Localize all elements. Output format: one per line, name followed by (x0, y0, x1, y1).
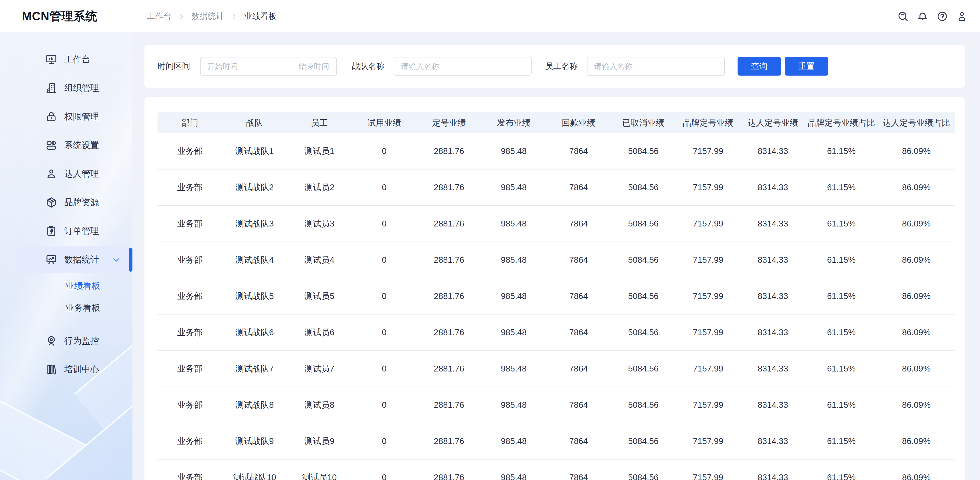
table-cell: 5084.56 (611, 459, 676, 480)
main-content: 时间区间 — 战队名称 员工名称 查询 重置 部门战队员工试用业绩定号业绩发布业… (132, 32, 980, 480)
table-cell: 7864 (546, 242, 611, 278)
table-cell: 5084.56 (611, 314, 676, 351)
sidebar-item[interactable]: 达人管理 (0, 161, 132, 187)
table-cell: 7864 (546, 459, 611, 480)
reset-button[interactable]: 重置 (785, 57, 828, 76)
table-cell: 2881.76 (417, 351, 481, 387)
table-cell: 测试员6 (287, 314, 352, 351)
table-cell: 7864 (546, 423, 611, 459)
sidebar-item[interactable]: 品牌资源 (0, 189, 132, 216)
chevron-down-icon (111, 255, 121, 265)
app-logo: MCN管理系统 (22, 0, 97, 32)
sidebar-subitem[interactable]: 业绩看板 (0, 275, 132, 297)
table-cell: 业务部 (158, 206, 222, 242)
table-cell: 测试员9 (287, 423, 352, 459)
sidebar-item-label: 达人管理 (64, 168, 99, 180)
table-row: 业务部测试战队5测试员502881.76985.4878645084.56715… (158, 278, 955, 314)
table-cell: 86.09% (877, 314, 955, 351)
sidebar-item[interactable]: 工作台 (0, 46, 132, 73)
column-header: 品牌定号业绩 (676, 112, 741, 133)
date-range-picker[interactable]: — (200, 57, 337, 76)
table-cell: 7157.99 (676, 387, 741, 423)
table-cell: 2881.76 (417, 278, 481, 314)
package-icon (45, 196, 57, 209)
search-button[interactable]: 查询 (738, 57, 781, 76)
table-cell: 业务部 (158, 133, 222, 169)
column-header: 达人定号业绩 (740, 112, 805, 133)
table-cell: 985.48 (481, 278, 546, 314)
table-cell: 测试战队5 (222, 278, 287, 314)
sidebar-item[interactable]: 数据统计 (0, 246, 132, 273)
table-cell: 61.15% (805, 459, 877, 480)
sidebar-item[interactable]: 组织管理 (0, 75, 132, 101)
breadcrumb-item[interactable]: 工作台 (147, 11, 172, 22)
sidebar-item-label: 系统设置 (64, 139, 99, 151)
sidebar-menu: 工作台组织管理权限管理系统设置达人管理品牌资源订单管理数据统计业绩看板业务看板行… (0, 32, 132, 383)
breadcrumb-item[interactable]: 数据统计 (191, 11, 224, 22)
table-cell: 0 (352, 242, 417, 278)
sidebar-item[interactable]: 系统设置 (0, 132, 132, 159)
table-cell: 0 (352, 169, 417, 206)
table-cell: 8314.33 (740, 351, 805, 387)
employee-name-input[interactable] (587, 57, 725, 76)
table-cell: 测试战队9 (222, 423, 287, 459)
table-row: 业务部测试战队4测试员402881.76985.4878645084.56715… (158, 242, 955, 278)
table-cell: 8314.33 (740, 459, 805, 480)
table-cell: 7864 (546, 314, 611, 351)
table-cell: 业务部 (158, 387, 222, 423)
table-cell: 61.15% (805, 423, 877, 459)
table-cell: 86.09% (877, 206, 955, 242)
table-cell: 5084.56 (611, 206, 676, 242)
table-cell: 测试战队6 (222, 314, 287, 351)
sidebar-subitem[interactable]: 业务看板 (0, 297, 132, 319)
performance-table: 部门战队员工试用业绩定号业绩发布业绩回款业绩已取消业绩品牌定号业绩达人定号业绩品… (158, 112, 955, 480)
breadcrumb-item: 业绩看板 (244, 11, 277, 22)
table-cell: 7157.99 (676, 242, 741, 278)
sidebar-item[interactable]: 权限管理 (0, 104, 132, 130)
table-cell: 0 (352, 314, 417, 351)
table-cell: 业务部 (158, 242, 222, 278)
table-cell: 61.15% (805, 242, 877, 278)
table-cell: 985.48 (481, 351, 546, 387)
table-cell: 985.48 (481, 169, 546, 206)
table-cell: 8314.33 (740, 278, 805, 314)
table-cell: 7157.99 (676, 459, 741, 480)
bell-icon[interactable] (916, 10, 929, 23)
table-cell: 测试员4 (287, 242, 352, 278)
sidebar-item[interactable]: 订单管理 (0, 218, 132, 244)
active-indicator-bar (129, 248, 132, 272)
table-card: 部门战队员工试用业绩定号业绩发布业绩回款业绩已取消业绩品牌定号业绩达人定号业绩品… (145, 97, 965, 480)
table-cell: 8314.33 (740, 133, 805, 169)
table-row: 业务部测试战队7测试员702881.76985.4878645084.56715… (158, 351, 955, 387)
table-cell: 86.09% (877, 133, 955, 169)
team-name-input[interactable] (394, 57, 531, 76)
user-icon[interactable] (956, 10, 968, 23)
table-cell: 5084.56 (611, 351, 676, 387)
table-cell: 0 (352, 459, 417, 480)
breadcrumb: 工作台数据统计业绩看板 (147, 0, 277, 32)
table-row: 业务部测试战队2测试员202881.76985.4878645084.56715… (158, 169, 955, 206)
column-header: 回款业绩 (546, 112, 611, 133)
sidebar-item[interactable]: 培训中心 (0, 356, 132, 383)
table-cell: 测试战队10 (222, 459, 287, 480)
table-cell: 业务部 (158, 423, 222, 459)
help-icon[interactable] (936, 10, 948, 23)
start-date-input[interactable] (200, 62, 259, 71)
table-cell: 8314.33 (740, 387, 805, 423)
table-cell: 0 (352, 351, 417, 387)
search-icon[interactable] (897, 10, 909, 23)
table-cell: 2881.76 (417, 133, 481, 169)
column-header: 员工 (287, 112, 352, 133)
column-header: 发布业绩 (481, 112, 546, 133)
table-row: 业务部测试战队3测试员302881.76985.4878645084.56715… (158, 206, 955, 242)
table-cell: 7864 (546, 387, 611, 423)
end-date-input[interactable] (277, 62, 336, 71)
table-cell: 7864 (546, 133, 611, 169)
table-cell: 8314.33 (740, 206, 805, 242)
sidebar-item[interactable]: 行为监控 (0, 328, 132, 354)
table-cell: 985.48 (481, 423, 546, 459)
table-cell: 7157.99 (676, 169, 741, 206)
table-cell: 7864 (546, 169, 611, 206)
table-cell: 测试战队8 (222, 387, 287, 423)
column-header: 品牌定号业绩占比 (805, 112, 877, 133)
